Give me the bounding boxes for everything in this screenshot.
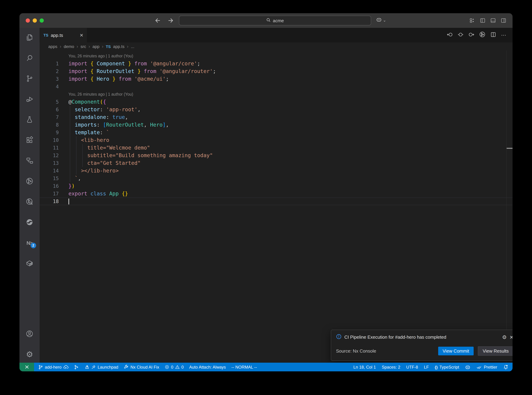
eol-button[interactable]: LF xyxy=(424,365,429,369)
remote-icon xyxy=(24,364,29,370)
bell-dot-icon xyxy=(503,364,508,370)
chevron-right-icon: › xyxy=(102,44,103,49)
code-line[interactable]: 9 template: ` xyxy=(40,129,513,136)
view-results-button[interactable]: View Results xyxy=(478,346,513,356)
minimize-window-button[interactable] xyxy=(33,18,37,23)
toggle-secondary-sidebar-icon[interactable] xyxy=(501,18,506,25)
code-line[interactable]: 1import { Component } from '@angular/cor… xyxy=(40,60,513,67)
source-control-icon[interactable] xyxy=(25,74,34,83)
breadcrumb-item[interactable]: app.ts xyxy=(113,44,124,49)
typescript-file-icon: TS xyxy=(106,44,111,49)
code-line[interactable]: 15 `, xyxy=(40,175,513,182)
breadcrumb-item[interactable]: src xyxy=(81,44,86,49)
breadcrumb-item[interactable]: demo xyxy=(64,44,74,49)
more-actions-icon[interactable]: ⋯ xyxy=(501,32,507,38)
launchpad-label: Launchpad xyxy=(98,365,118,369)
breadcrumb-item[interactable]: ... xyxy=(131,44,134,49)
encoding-button[interactable]: UTF-8 xyxy=(406,365,418,369)
toggle-primary-sidebar-icon[interactable] xyxy=(480,18,485,25)
gitlens-compare-icon[interactable] xyxy=(458,32,463,39)
gitlens-graph-icon[interactable] xyxy=(25,177,34,185)
close-icon[interactable]: ✕ xyxy=(510,334,513,340)
toggle-panel-icon[interactable] xyxy=(490,18,496,25)
code-line[interactable]: 16}) xyxy=(40,182,513,190)
publish-cloud-icon xyxy=(63,364,69,370)
double-check-icon xyxy=(477,364,482,370)
window-controls xyxy=(26,18,44,23)
notifications-bell-button[interactable] xyxy=(503,364,508,370)
language-mode-button[interactable]: {} TypeScript xyxy=(435,365,459,369)
chevron-right-icon: › xyxy=(89,44,90,49)
gitlens-next-change-icon[interactable] xyxy=(468,32,474,39)
breadcrumb: apps › demo › src › app › TS app.ts › ..… xyxy=(40,42,513,50)
maximize-window-button[interactable] xyxy=(40,18,44,23)
close-tab-icon[interactable]: ✕ xyxy=(80,33,83,38)
azure-swirl-icon[interactable] xyxy=(25,218,34,226)
code-line[interactable]: 12 subtitle="Build something amazing tod… xyxy=(40,152,513,159)
code-line[interactable]: 2import { RouterOutlet } from '@angular/… xyxy=(40,67,513,75)
extensions-icon[interactable] xyxy=(25,136,34,144)
view-commit-button[interactable]: View Commit xyxy=(438,347,474,355)
git-branch-status[interactable]: add-hero xyxy=(38,364,69,370)
code-line[interactable]: 7 standalone: true, xyxy=(40,113,513,121)
code-line[interactable]: 17export class App {} xyxy=(40,190,513,198)
code-line[interactable]: 13 cta="Get Started" xyxy=(40,159,513,167)
code-line[interactable]: 6 selector: 'app-root', xyxy=(40,106,513,113)
code-line[interactable]: 4 xyxy=(40,83,513,90)
copilot-menu[interactable]: ⌄ xyxy=(376,17,386,24)
run-debug-icon[interactable] xyxy=(25,95,34,103)
notification-settings-icon[interactable]: ⚙ xyxy=(502,334,507,340)
type-hierarchy-icon[interactable] xyxy=(25,156,34,165)
nx-console-icon[interactable]: N>2 xyxy=(25,239,34,247)
go-forward-icon[interactable] xyxy=(168,17,175,25)
typescript-file-icon: TS xyxy=(43,33,48,37)
gitlens-inspect-icon[interactable] xyxy=(25,198,34,206)
info-icon xyxy=(336,334,342,340)
nx-cloud-fix-button[interactable]: Nx Cloud AI Fix xyxy=(124,365,159,369)
chevron-right-icon: › xyxy=(77,44,78,49)
code-line[interactable]: 11 title="Welcmoe demo" xyxy=(40,144,513,152)
code-line[interactable]: 8 imports: [RouterOutlet, Hero], xyxy=(40,121,513,129)
breadcrumb-item[interactable]: apps xyxy=(48,44,57,49)
auto-attach-button[interactable]: Auto Attach: Always xyxy=(189,365,226,369)
close-window-button[interactable] xyxy=(26,18,30,23)
remote-indicator[interactable] xyxy=(19,363,34,371)
search-icon xyxy=(266,18,271,23)
vim-mode-indicator[interactable]: -- NORMAL -- xyxy=(231,365,257,369)
code-line[interactable]: 3import { Hero } from '@acme/ui'; xyxy=(40,75,513,83)
launchpad-button[interactable]: Launchpad xyxy=(84,365,118,369)
copilot-status-button[interactable] xyxy=(465,364,471,370)
gitlens-commit-graph-icon[interactable] xyxy=(479,31,485,39)
nx-cloud-label: Nx Cloud AI Fix xyxy=(130,365,159,369)
code-line[interactable]: 5@Component({ xyxy=(40,98,513,106)
overview-ruler-marker xyxy=(507,148,513,149)
title-bar: acme ⌄ xyxy=(19,13,513,28)
problems-button[interactable]: 0 0 xyxy=(165,365,184,369)
indentation-button[interactable]: Spaces: 2 xyxy=(382,365,400,369)
nx-badge: 2 xyxy=(31,242,36,248)
split-editor-icon[interactable] xyxy=(490,32,496,39)
formatter-status-button[interactable]: Prettier xyxy=(477,364,497,370)
settings-gear-icon[interactable]: ⚙ xyxy=(25,350,34,358)
testing-icon[interactable] xyxy=(25,115,34,124)
breadcrumb-item[interactable]: app xyxy=(92,44,99,49)
code-line[interactable]: 14 ></lib-hero> xyxy=(40,167,513,175)
code-editor[interactable]: You, 26 minutes ago | 1 author (You)1imp… xyxy=(40,50,513,363)
accounts-icon[interactable] xyxy=(25,330,34,338)
command-center-search[interactable]: acme xyxy=(179,16,371,25)
container-icon[interactable] xyxy=(25,259,34,267)
code-line[interactable]: 10 <lib-hero xyxy=(40,136,513,144)
cursor-position-button[interactable]: Ln 18, Col 1 xyxy=(353,365,376,369)
code-line[interactable]: 18 xyxy=(40,198,513,205)
commit-graph-button[interactable] xyxy=(74,365,79,369)
customize-layout-icon[interactable] xyxy=(469,18,475,25)
gitlens-prev-change-icon[interactable] xyxy=(447,32,453,39)
blame-annotation-row[interactable]: You, 26 minutes ago | 1 author (You) xyxy=(40,90,513,98)
go-back-icon[interactable] xyxy=(154,17,161,25)
tab-app-ts[interactable]: TS app.ts ✕ xyxy=(40,28,87,42)
chevron-down-icon: ⌄ xyxy=(383,18,386,23)
vscode-window: acme ⌄ xyxy=(19,13,513,371)
blame-annotation-row[interactable]: You, 26 minutes ago | 1 author (You) xyxy=(40,52,513,60)
explorer-icon[interactable] xyxy=(25,33,34,42)
search-view-icon[interactable] xyxy=(25,54,34,62)
